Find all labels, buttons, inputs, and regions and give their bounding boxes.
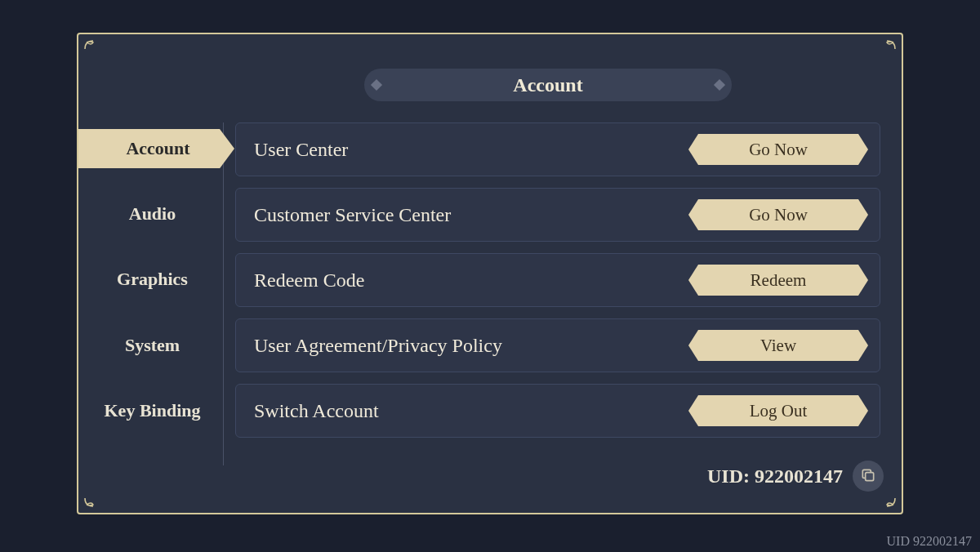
row-redeem-code: Redeem Code Redeem bbox=[235, 253, 880, 307]
button-label: View bbox=[760, 336, 796, 356]
sidebar-item-label: Graphics bbox=[117, 269, 188, 289]
button-label: Go Now bbox=[749, 140, 808, 160]
row-customer-service: Customer Service Center Go Now bbox=[235, 188, 880, 242]
uid-text: UID: 922002147 bbox=[707, 465, 843, 487]
diamond-ornament-icon bbox=[714, 79, 725, 91]
sidebar-item-key-binding[interactable]: Key Binding bbox=[82, 391, 223, 430]
section-title: Account bbox=[513, 74, 582, 96]
corner-ornament-icon bbox=[877, 39, 897, 59]
button-label: Redeem bbox=[751, 270, 807, 291]
sidebar-item-graphics[interactable]: Graphics bbox=[82, 260, 223, 299]
redeem-button[interactable]: Redeem bbox=[688, 265, 868, 296]
view-button[interactable]: View bbox=[688, 330, 868, 361]
section-header: Account bbox=[364, 69, 732, 101]
settings-sidebar: Account Audio Graphics System Key Bindin… bbox=[82, 122, 224, 465]
row-user-center: User Center Go Now bbox=[235, 122, 880, 176]
row-label: Customer Service Center bbox=[254, 204, 451, 226]
go-now-button[interactable]: Go Now bbox=[688, 199, 868, 230]
row-label: Redeem Code bbox=[254, 269, 364, 292]
settings-content: User Center Go Now Customer Service Cent… bbox=[235, 122, 880, 438]
diamond-ornament-icon bbox=[371, 79, 382, 91]
row-label: User Center bbox=[254, 139, 348, 161]
row-user-agreement: User Agreement/Privacy Policy View bbox=[235, 318, 880, 372]
svg-rect-0 bbox=[866, 472, 874, 480]
sidebar-item-system[interactable]: System bbox=[82, 326, 223, 365]
watermark-uid: UID 922002147 bbox=[887, 534, 972, 549]
button-label: Log Out bbox=[750, 401, 808, 421]
corner-ornament-icon bbox=[83, 488, 103, 508]
sidebar-item-label: Key Binding bbox=[105, 400, 201, 421]
row-label: Switch Account bbox=[254, 400, 379, 422]
sidebar-item-label: System bbox=[125, 335, 180, 355]
uid-display: UID: 922002147 bbox=[707, 461, 884, 492]
sidebar-item-label: Account bbox=[126, 138, 189, 158]
row-switch-account: Switch Account Log Out bbox=[235, 384, 880, 438]
copy-uid-button[interactable] bbox=[853, 461, 884, 492]
sidebar-item-account[interactable]: Account bbox=[78, 129, 234, 168]
log-out-button[interactable]: Log Out bbox=[688, 395, 868, 426]
button-label: Go Now bbox=[749, 205, 808, 225]
settings-panel: Account Account Audio Graphics System Ke… bbox=[77, 33, 903, 514]
sidebar-item-audio[interactable]: Audio bbox=[82, 194, 223, 234]
sidebar-item-label: Audio bbox=[129, 203, 176, 224]
corner-ornament-icon bbox=[83, 39, 103, 59]
go-now-button[interactable]: Go Now bbox=[688, 134, 868, 165]
row-label: User Agreement/Privacy Policy bbox=[254, 335, 502, 357]
copy-icon bbox=[860, 467, 876, 486]
